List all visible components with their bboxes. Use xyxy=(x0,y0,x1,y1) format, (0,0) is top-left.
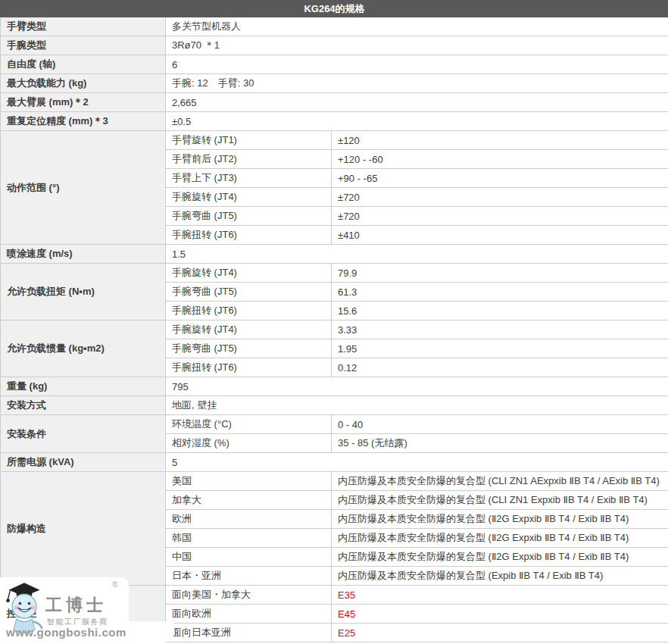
table-row: 允许负载扭矩 (N•m) 手腕旋转 (JT4) 79.9 xyxy=(1,264,668,283)
spec-table: KG264的规格 手臂类型 多关节型机器人 手腕类型 3Rø70 ＊1 自由度 … xyxy=(0,0,668,642)
table-row: 安装方式 地面, 壁挂 xyxy=(1,396,668,415)
controller-code-e45: E45 xyxy=(338,608,355,620)
label-max-payload: 最大负载能力 (kg) xyxy=(1,74,166,93)
value-canada: 内压防爆及本质安全防爆的复合型 (CLI ZN1 Expxib ⅡB T4 / … xyxy=(332,491,668,510)
sublabel-controller-japan-asia: 面向日本亚洲 xyxy=(166,624,332,642)
value-jt1: ±120 xyxy=(332,131,668,150)
value-torque-jt6: 15.6 xyxy=(332,302,668,320)
table-row: 所需电源 (kVA) 5 xyxy=(1,453,668,472)
value-repeatability: ±0.5 xyxy=(166,112,668,131)
sublabel-inertia-jt5: 手腕弯曲 (JT5) xyxy=(166,339,332,358)
label-load-torque: 允许负载扭矩 (N•m) xyxy=(1,264,166,320)
sublabel-inertia-jt6: 手腕扭转 (JT6) xyxy=(166,358,332,377)
sublabel-inertia-jt4: 手腕旋转 (JT4) xyxy=(166,320,332,339)
table-row: 手腕类型 3Rø70 ＊1 xyxy=(1,36,668,55)
value-weight: 795 xyxy=(166,377,668,396)
value-china: 内压防爆及本质安全防爆的复合型 (Ⅱ2G Expxib ⅡB T4 / Exib… xyxy=(332,548,668,567)
sublabel-japan-asia: 日本・亚洲 xyxy=(166,567,332,586)
sublabel-jt1: 手臂旋转 (JT1) xyxy=(166,131,332,150)
sublabel-jt2: 手臂前后 (JT2) xyxy=(166,150,332,169)
value-power: 5 xyxy=(166,453,668,472)
sublabel-ambient-temp: 环境温度 (°C) xyxy=(166,415,332,434)
label-dof: 自由度 (轴) xyxy=(1,55,166,74)
controller-label-text: 控制柜 xyxy=(7,608,36,619)
page-title: KG264的规格 xyxy=(1,1,668,17)
table-row: 最大臂展 (mm)＊2 2,665 xyxy=(1,93,668,112)
label-arm-type: 手臂类型 xyxy=(1,17,166,36)
value-dof: 6 xyxy=(166,55,668,74)
value-ambient-temp: 0 - 40 xyxy=(332,415,668,434)
table-row: 最大负载能力 (kg) 手腕: 12 手臂: 30 xyxy=(1,74,668,93)
value-jt3: +90 - -65 xyxy=(332,169,668,188)
value-controller-europe: E45 xyxy=(332,605,668,624)
sublabel-korea: 韩国 xyxy=(166,529,332,548)
value-jt4: ±720 xyxy=(332,188,668,207)
value-japan-asia: 内压防爆及本质安全防爆的复合型 (Expib ⅡB T4 / Exib ⅡB T… xyxy=(332,567,668,586)
value-torque-jt5: 61.3 xyxy=(332,283,668,302)
value-arm-type: 多关节型机器人 xyxy=(166,17,668,36)
value-korea: 内压防爆及本质安全防爆的复合型 (Ⅱ2G Expxib ⅡB T4 / Exib… xyxy=(332,529,668,548)
value-inertia-jt5: 1.95 xyxy=(332,339,668,358)
sublabel-usa: 美国 xyxy=(166,472,332,491)
table-header-row: KG264的规格 xyxy=(1,1,668,17)
value-jt6: ±410 xyxy=(332,226,668,245)
value-jt2: +120 - -60 xyxy=(332,150,668,169)
label-power: 所需电源 (kVA) xyxy=(1,453,166,472)
sublabel-jt6: 手腕扭转 (JT6) xyxy=(166,226,332,245)
sublabel-humidity: 相对湿度 (%) xyxy=(166,434,332,453)
value-usa: 内压防爆及本质安全防爆的复合型 (CLI ZN1 AExpxib ⅡB T4 /… xyxy=(332,472,668,491)
label-wrist-type: 手腕类型 xyxy=(1,36,166,55)
table-row: 自由度 (轴) 6 xyxy=(1,55,668,74)
table-row: 重量 (kg) 795 xyxy=(1,377,668,396)
value-torque-jt4: 79.9 xyxy=(332,264,668,283)
sublabel-controller-europe: 面向欧洲 xyxy=(166,605,332,624)
value-controller-usa-canada: E35 xyxy=(332,586,668,605)
value-controller-japan-asia: E25 xyxy=(332,624,668,642)
table-row: 安装条件 环境温度 (°C) 0 - 40 xyxy=(1,415,668,434)
label-mounting: 安装方式 xyxy=(1,396,166,415)
sublabel-torque-jt6: 手腕扭转 (JT6) xyxy=(166,302,332,320)
label-motion-range: 动作范围 (°) xyxy=(1,131,166,245)
controller-code-e35: E35 xyxy=(338,589,355,601)
value-europe: 内压防爆及本质安全防爆的复合型 (Ⅱ2G Expxib ⅡB T4 / Exib… xyxy=(332,510,668,529)
value-inertia-jt6: 0.12 xyxy=(332,358,668,377)
sublabel-jt3: 手臂上下 (JT3) xyxy=(166,169,332,188)
label-explosion-proof: 防爆构造 xyxy=(1,472,166,586)
label-repeatability: 重复定位精度 (mm)＊3 xyxy=(1,112,166,131)
table-row: 喷涂速度 (m/s) 1.5 xyxy=(1,245,668,264)
table-row: 允许负载惯量 (kg•m2) 手腕旋转 (JT4) 3.33 xyxy=(1,320,668,339)
table-row: 防爆构造 美国 内压防爆及本质安全防爆的复合型 (CLI ZN1 AExpxib… xyxy=(1,472,668,491)
value-max-reach: 2,665 xyxy=(166,93,668,112)
sublabel-torque-jt5: 手腕弯曲 (JT5) xyxy=(166,283,332,302)
value-jt5: ±720 xyxy=(332,207,668,226)
sublabel-controller-usa-canada: 面向美国・加拿大 xyxy=(166,586,332,605)
watermark-background-bottom xyxy=(0,621,174,642)
table-row: 重复定位精度 (mm)＊3 ±0.5 xyxy=(1,112,668,131)
value-spray-speed: 1.5 xyxy=(166,245,668,264)
value-humidity: 35 - 85 (无结露) xyxy=(332,434,668,453)
sublabel-jt4: 手腕旋转 (JT4) xyxy=(166,188,332,207)
label-load-inertia: 允许负载惯量 (kg•m2) xyxy=(1,320,166,377)
value-max-payload: 手腕: 12 手臂: 30 xyxy=(166,74,668,93)
table-row: 手臂类型 多关节型机器人 xyxy=(1,17,668,36)
value-mounting: 地面, 壁挂 xyxy=(166,396,668,415)
label-spray-speed: 喷涂速度 (m/s) xyxy=(1,245,166,264)
label-weight: 重量 (kg) xyxy=(1,377,166,396)
sublabel-torque-jt4: 手腕旋转 (JT4) xyxy=(166,264,332,283)
value-inertia-jt4: 3.33 xyxy=(332,320,668,339)
sublabel-china: 中国 xyxy=(166,548,332,567)
sublabel-canada: 加拿大 xyxy=(166,491,332,510)
sublabel-europe: 欧洲 xyxy=(166,510,332,529)
label-max-reach: 最大臂展 (mm)＊2 xyxy=(1,93,166,112)
label-install-conditions: 安装条件 xyxy=(1,415,166,453)
controller-code-e25: E25 xyxy=(338,627,355,639)
sublabel-jt5: 手腕弯曲 (JT5) xyxy=(166,207,332,226)
value-wrist-type: 3Rø70 ＊1 xyxy=(166,36,668,55)
table-row: 动作范围 (°) 手臂旋转 (JT1) ±120 xyxy=(1,131,668,150)
